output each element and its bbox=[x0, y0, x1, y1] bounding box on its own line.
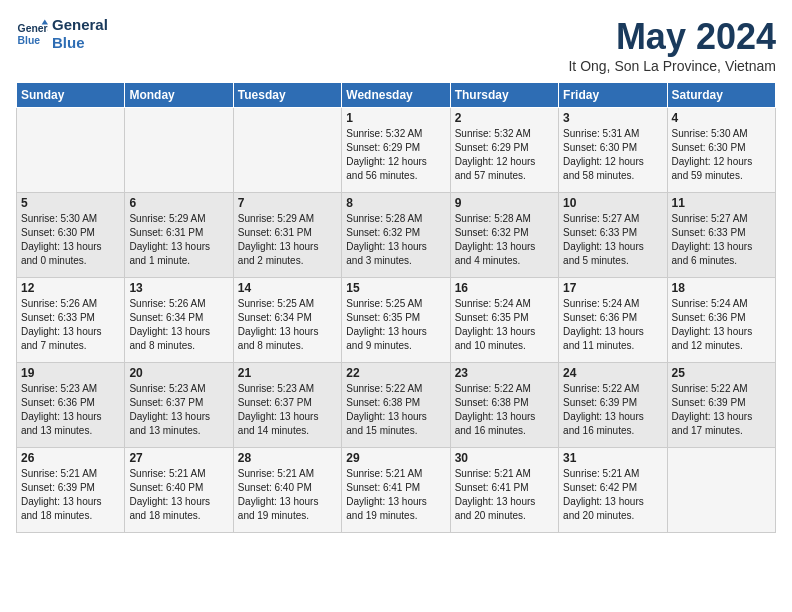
week-row-1: 1Sunrise: 5:32 AM Sunset: 6:29 PM Daylig… bbox=[17, 108, 776, 193]
day-info: Sunrise: 5:26 AM Sunset: 6:34 PM Dayligh… bbox=[129, 297, 228, 353]
svg-marker-2 bbox=[42, 20, 48, 25]
day-number: 1 bbox=[346, 111, 445, 125]
page-header: General Blue General Blue May 2024 It On… bbox=[16, 16, 776, 74]
svg-text:General: General bbox=[18, 23, 48, 34]
day-number: 26 bbox=[21, 451, 120, 465]
day-info: Sunrise: 5:32 AM Sunset: 6:29 PM Dayligh… bbox=[346, 127, 445, 183]
calendar-cell: 6Sunrise: 5:29 AM Sunset: 6:31 PM Daylig… bbox=[125, 193, 233, 278]
calendar-cell: 20Sunrise: 5:23 AM Sunset: 6:37 PM Dayli… bbox=[125, 363, 233, 448]
day-info: Sunrise: 5:21 AM Sunset: 6:41 PM Dayligh… bbox=[346, 467, 445, 523]
calendar-cell: 31Sunrise: 5:21 AM Sunset: 6:42 PM Dayli… bbox=[559, 448, 667, 533]
day-number: 13 bbox=[129, 281, 228, 295]
header-wednesday: Wednesday bbox=[342, 83, 450, 108]
calendar-cell: 19Sunrise: 5:23 AM Sunset: 6:36 PM Dayli… bbox=[17, 363, 125, 448]
day-info: Sunrise: 5:24 AM Sunset: 6:35 PM Dayligh… bbox=[455, 297, 554, 353]
calendar-cell: 29Sunrise: 5:21 AM Sunset: 6:41 PM Dayli… bbox=[342, 448, 450, 533]
header-friday: Friday bbox=[559, 83, 667, 108]
day-number: 11 bbox=[672, 196, 771, 210]
day-info: Sunrise: 5:30 AM Sunset: 6:30 PM Dayligh… bbox=[672, 127, 771, 183]
calendar-cell: 3Sunrise: 5:31 AM Sunset: 6:30 PM Daylig… bbox=[559, 108, 667, 193]
calendar-cell: 2Sunrise: 5:32 AM Sunset: 6:29 PM Daylig… bbox=[450, 108, 558, 193]
day-info: Sunrise: 5:29 AM Sunset: 6:31 PM Dayligh… bbox=[238, 212, 337, 268]
day-number: 12 bbox=[21, 281, 120, 295]
calendar-cell: 9Sunrise: 5:28 AM Sunset: 6:32 PM Daylig… bbox=[450, 193, 558, 278]
day-number: 19 bbox=[21, 366, 120, 380]
calendar-cell bbox=[667, 448, 775, 533]
header-tuesday: Tuesday bbox=[233, 83, 341, 108]
day-number: 3 bbox=[563, 111, 662, 125]
logo-blue: Blue bbox=[52, 34, 108, 52]
day-number: 7 bbox=[238, 196, 337, 210]
day-info: Sunrise: 5:23 AM Sunset: 6:37 PM Dayligh… bbox=[238, 382, 337, 438]
day-info: Sunrise: 5:21 AM Sunset: 6:40 PM Dayligh… bbox=[238, 467, 337, 523]
header-row: SundayMondayTuesdayWednesdayThursdayFrid… bbox=[17, 83, 776, 108]
day-info: Sunrise: 5:22 AM Sunset: 6:39 PM Dayligh… bbox=[672, 382, 771, 438]
calendar-cell: 27Sunrise: 5:21 AM Sunset: 6:40 PM Dayli… bbox=[125, 448, 233, 533]
day-number: 8 bbox=[346, 196, 445, 210]
day-info: Sunrise: 5:25 AM Sunset: 6:35 PM Dayligh… bbox=[346, 297, 445, 353]
day-info: Sunrise: 5:26 AM Sunset: 6:33 PM Dayligh… bbox=[21, 297, 120, 353]
day-number: 17 bbox=[563, 281, 662, 295]
calendar-table: SundayMondayTuesdayWednesdayThursdayFrid… bbox=[16, 82, 776, 533]
day-number: 18 bbox=[672, 281, 771, 295]
calendar-cell: 28Sunrise: 5:21 AM Sunset: 6:40 PM Dayli… bbox=[233, 448, 341, 533]
header-thursday: Thursday bbox=[450, 83, 558, 108]
calendar-cell: 17Sunrise: 5:24 AM Sunset: 6:36 PM Dayli… bbox=[559, 278, 667, 363]
day-info: Sunrise: 5:23 AM Sunset: 6:37 PM Dayligh… bbox=[129, 382, 228, 438]
day-info: Sunrise: 5:31 AM Sunset: 6:30 PM Dayligh… bbox=[563, 127, 662, 183]
calendar-cell: 11Sunrise: 5:27 AM Sunset: 6:33 PM Dayli… bbox=[667, 193, 775, 278]
day-number: 4 bbox=[672, 111, 771, 125]
day-number: 29 bbox=[346, 451, 445, 465]
calendar-cell: 4Sunrise: 5:30 AM Sunset: 6:30 PM Daylig… bbox=[667, 108, 775, 193]
calendar-cell: 23Sunrise: 5:22 AM Sunset: 6:38 PM Dayli… bbox=[450, 363, 558, 448]
day-number: 25 bbox=[672, 366, 771, 380]
calendar-cell: 12Sunrise: 5:26 AM Sunset: 6:33 PM Dayli… bbox=[17, 278, 125, 363]
day-info: Sunrise: 5:28 AM Sunset: 6:32 PM Dayligh… bbox=[455, 212, 554, 268]
header-monday: Monday bbox=[125, 83, 233, 108]
calendar-cell bbox=[233, 108, 341, 193]
day-info: Sunrise: 5:28 AM Sunset: 6:32 PM Dayligh… bbox=[346, 212, 445, 268]
calendar-cell: 25Sunrise: 5:22 AM Sunset: 6:39 PM Dayli… bbox=[667, 363, 775, 448]
day-number: 23 bbox=[455, 366, 554, 380]
day-number: 30 bbox=[455, 451, 554, 465]
week-row-3: 12Sunrise: 5:26 AM Sunset: 6:33 PM Dayli… bbox=[17, 278, 776, 363]
calendar-cell: 5Sunrise: 5:30 AM Sunset: 6:30 PM Daylig… bbox=[17, 193, 125, 278]
logo: General Blue General Blue bbox=[16, 16, 108, 52]
calendar-cell: 18Sunrise: 5:24 AM Sunset: 6:36 PM Dayli… bbox=[667, 278, 775, 363]
svg-text:Blue: Blue bbox=[18, 35, 41, 46]
calendar-cell: 22Sunrise: 5:22 AM Sunset: 6:38 PM Dayli… bbox=[342, 363, 450, 448]
day-info: Sunrise: 5:27 AM Sunset: 6:33 PM Dayligh… bbox=[563, 212, 662, 268]
day-info: Sunrise: 5:22 AM Sunset: 6:38 PM Dayligh… bbox=[455, 382, 554, 438]
calendar-cell: 24Sunrise: 5:22 AM Sunset: 6:39 PM Dayli… bbox=[559, 363, 667, 448]
calendar-cell: 10Sunrise: 5:27 AM Sunset: 6:33 PM Dayli… bbox=[559, 193, 667, 278]
calendar-cell: 21Sunrise: 5:23 AM Sunset: 6:37 PM Dayli… bbox=[233, 363, 341, 448]
calendar-cell: 14Sunrise: 5:25 AM Sunset: 6:34 PM Dayli… bbox=[233, 278, 341, 363]
calendar-cell: 13Sunrise: 5:26 AM Sunset: 6:34 PM Dayli… bbox=[125, 278, 233, 363]
day-number: 9 bbox=[455, 196, 554, 210]
header-saturday: Saturday bbox=[667, 83, 775, 108]
logo-general: General bbox=[52, 16, 108, 34]
calendar-cell: 30Sunrise: 5:21 AM Sunset: 6:41 PM Dayli… bbox=[450, 448, 558, 533]
header-sunday: Sunday bbox=[17, 83, 125, 108]
day-number: 5 bbox=[21, 196, 120, 210]
day-number: 14 bbox=[238, 281, 337, 295]
day-number: 31 bbox=[563, 451, 662, 465]
day-number: 21 bbox=[238, 366, 337, 380]
day-info: Sunrise: 5:29 AM Sunset: 6:31 PM Dayligh… bbox=[129, 212, 228, 268]
day-number: 6 bbox=[129, 196, 228, 210]
day-info: Sunrise: 5:30 AM Sunset: 6:30 PM Dayligh… bbox=[21, 212, 120, 268]
calendar-cell: 8Sunrise: 5:28 AM Sunset: 6:32 PM Daylig… bbox=[342, 193, 450, 278]
day-number: 22 bbox=[346, 366, 445, 380]
week-row-5: 26Sunrise: 5:21 AM Sunset: 6:39 PM Dayli… bbox=[17, 448, 776, 533]
calendar-cell: 7Sunrise: 5:29 AM Sunset: 6:31 PM Daylig… bbox=[233, 193, 341, 278]
day-number: 20 bbox=[129, 366, 228, 380]
day-number: 10 bbox=[563, 196, 662, 210]
day-info: Sunrise: 5:21 AM Sunset: 6:40 PM Dayligh… bbox=[129, 467, 228, 523]
day-info: Sunrise: 5:32 AM Sunset: 6:29 PM Dayligh… bbox=[455, 127, 554, 183]
day-number: 15 bbox=[346, 281, 445, 295]
calendar-cell: 15Sunrise: 5:25 AM Sunset: 6:35 PM Dayli… bbox=[342, 278, 450, 363]
calendar-cell bbox=[17, 108, 125, 193]
month-title: May 2024 bbox=[568, 16, 776, 58]
location-subtitle: It Ong, Son La Province, Vietnam bbox=[568, 58, 776, 74]
day-info: Sunrise: 5:25 AM Sunset: 6:34 PM Dayligh… bbox=[238, 297, 337, 353]
